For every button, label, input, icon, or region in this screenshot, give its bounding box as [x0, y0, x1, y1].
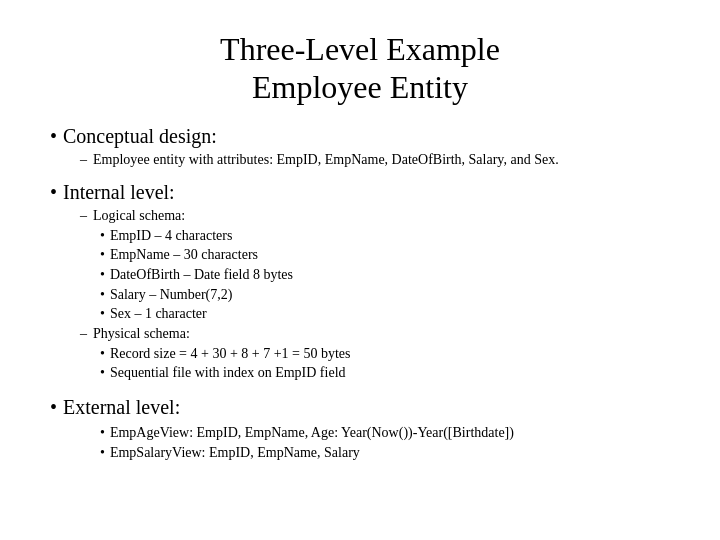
physical-items-list: • Record size = 4 + 30 + 8 + 7 +1 = 50 b…	[100, 344, 670, 383]
logical-item-text-2: DateOfBirth – Date field 8 bytes	[110, 265, 293, 285]
external-section: • External level: • EmpAgeView: EmpID, E…	[50, 396, 670, 465]
conceptual-bullet: • Conceptual design:	[50, 125, 670, 148]
logical-item-text-3: Salary – Number(7,2)	[110, 285, 232, 305]
physical-dash: –	[80, 326, 87, 342]
physical-schema-header: – Physical schema:	[80, 326, 670, 342]
slide: Three-Level Example Employee Entity • Co…	[0, 0, 720, 540]
logical-item-0: • EmpID – 4 characters	[100, 226, 670, 246]
external-sub: • EmpAgeView: EmpID, EmpName, Age: Year(…	[80, 423, 670, 462]
external-item-0: • EmpAgeView: EmpID, EmpName, Age: Year(…	[100, 423, 670, 443]
external-items-list: • EmpAgeView: EmpID, EmpName, Age: Year(…	[100, 423, 670, 462]
internal-sub: – Logical schema: • EmpID – 4 characters…	[80, 208, 670, 383]
conceptual-dash: –	[80, 152, 87, 168]
logical-item-1: • EmpName – 30 characters	[100, 245, 670, 265]
conceptual-sub: – Employee entity with attributes: EmpID…	[80, 152, 670, 168]
dot-4: •	[100, 304, 105, 324]
conceptual-label: Conceptual design:	[63, 125, 217, 148]
bullet-dot-conceptual: •	[50, 125, 57, 148]
dot-3: •	[100, 285, 105, 305]
dot-1: •	[100, 245, 105, 265]
bullet-dot-external: •	[50, 396, 57, 419]
logical-items-list: • EmpID – 4 characters • EmpName – 30 ch…	[100, 226, 670, 324]
logical-item-4: • Sex – 1 character	[100, 304, 670, 324]
internal-section: • Internal level: – Logical schema: • Em…	[50, 181, 670, 386]
logical-schema-label: Logical schema:	[93, 208, 185, 224]
dot-0: •	[100, 226, 105, 246]
external-item-text-1: EmpSalaryView: EmpID, EmpName, Salary	[110, 443, 360, 463]
external-label: External level:	[63, 396, 180, 419]
edot-0: •	[100, 423, 105, 443]
slide-title: Three-Level Example Employee Entity	[50, 30, 670, 107]
pdot-0: •	[100, 344, 105, 364]
conceptual-sub-text: Employee entity with attributes: EmpID, …	[93, 152, 559, 168]
title-line2: Employee Entity	[50, 68, 670, 106]
conceptual-dash-item: – Employee entity with attributes: EmpID…	[80, 152, 670, 168]
conceptual-section: • Conceptual design: – Employee entity w…	[50, 125, 670, 171]
logical-item-2: • DateOfBirth – Date field 8 bytes	[100, 265, 670, 285]
external-item-1: • EmpSalaryView: EmpID, EmpName, Salary	[100, 443, 670, 463]
logical-item-text-1: EmpName – 30 characters	[110, 245, 258, 265]
logical-item-3: • Salary – Number(7,2)	[100, 285, 670, 305]
edot-1: •	[100, 443, 105, 463]
physical-item-1: • Sequential file with index on EmpID fi…	[100, 363, 670, 383]
bullet-dot-internal: •	[50, 181, 57, 204]
logical-item-text-4: Sex – 1 character	[110, 304, 207, 324]
logical-item-text-0: EmpID – 4 characters	[110, 226, 232, 246]
internal-label: Internal level:	[63, 181, 175, 204]
physical-item-text-1: Sequential file with index on EmpID fiel…	[110, 363, 346, 383]
title-line1: Three-Level Example	[50, 30, 670, 68]
physical-schema-label: Physical schema:	[93, 326, 190, 342]
dot-2: •	[100, 265, 105, 285]
logical-schema-header: – Logical schema:	[80, 208, 670, 224]
external-bullet: • External level:	[50, 396, 670, 419]
pdot-1: •	[100, 363, 105, 383]
physical-item-0: • Record size = 4 + 30 + 8 + 7 +1 = 50 b…	[100, 344, 670, 364]
internal-bullet: • Internal level:	[50, 181, 670, 204]
logical-dash: –	[80, 208, 87, 224]
external-item-text-0: EmpAgeView: EmpID, EmpName, Age: Year(No…	[110, 423, 514, 443]
physical-item-text-0: Record size = 4 + 30 + 8 + 7 +1 = 50 byt…	[110, 344, 351, 364]
